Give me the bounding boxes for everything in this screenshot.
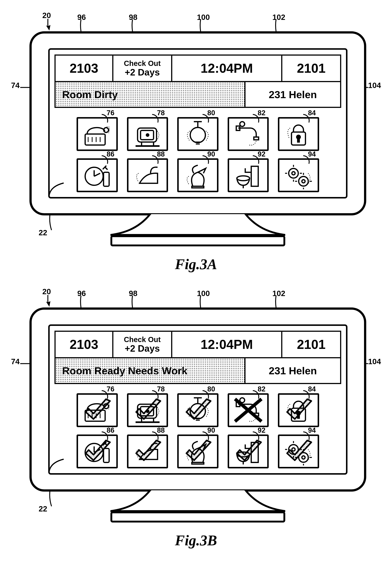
svg-rect-25 (251, 166, 258, 186)
check-overlay-icon (130, 437, 166, 466)
icon-ref: 84 (308, 385, 316, 393)
gears-icon[interactable]: 94 (278, 434, 319, 468)
lightbulb-icon[interactable]: 80 (177, 117, 218, 151)
time-cell: 12:04PM (172, 331, 282, 358)
check-overlay-icon (130, 396, 166, 425)
icon-ref: 78 (157, 385, 165, 393)
checkout-line1: Check Out (124, 59, 161, 67)
staff-cell[interactable]: 231 Helen (246, 82, 341, 108)
staff-ref: 104 (368, 357, 381, 366)
svg-point-16 (240, 122, 244, 127)
icon-ref: 84 (308, 109, 316, 117)
figure-A: 20 96 98 100 102 74 104 72 22 2103 Check… (11, 11, 381, 280)
icon-ref: 76 (106, 385, 114, 393)
icon-ref: 80 (208, 109, 215, 117)
svg-point-13 (190, 127, 206, 143)
check-overlay-icon (280, 437, 316, 466)
icon-ref: 90 (208, 150, 215, 158)
phone-icon-art (80, 120, 115, 148)
lock-icon[interactable]: 84 (278, 117, 319, 151)
kettle-icon-art (180, 161, 216, 189)
staff-cell[interactable]: 231 Helen (246, 358, 341, 384)
clock-icon[interactable]: 86 (76, 434, 118, 468)
svg-point-20 (85, 167, 103, 185)
sink-icon[interactable]: 92 (228, 434, 269, 468)
status-row: Room Dirty 231 Helen (54, 82, 341, 108)
room-status[interactable]: Room Dirty (54, 82, 246, 108)
icon-ref: 86 (106, 426, 114, 434)
icon-ref: 78 (157, 109, 165, 117)
check-overlay-icon (180, 437, 216, 466)
check-overlay-icon (280, 396, 316, 425)
icon-ref: 88 (157, 426, 165, 434)
icon-ref: 86 (106, 150, 114, 158)
sink-icon[interactable]: 92 (228, 158, 269, 192)
iron-icon-art (130, 161, 165, 189)
checkout-line1: Check Out (124, 335, 161, 344)
figure-caption: Fig.3B (11, 532, 381, 549)
faucet-icon-art (230, 120, 266, 148)
icon-ref: 92 (258, 426, 266, 434)
icon-ref: 88 (157, 150, 165, 158)
room-status[interactable]: Room Ready Needs Work (54, 358, 246, 384)
kettle-icon[interactable]: 90 (177, 434, 218, 468)
svg-point-30 (299, 177, 308, 186)
monitor: 2103 Check Out +2 Days 12:04PM 2101 Room… (30, 31, 366, 215)
icon-ref: 90 (208, 426, 215, 434)
checkout-line2: +2 Days (125, 67, 160, 78)
icon-ref: 82 (258, 109, 266, 117)
svg-rect-23 (104, 172, 109, 186)
tv-icon[interactable]: 78 (127, 117, 168, 151)
check-overlay-icon (230, 437, 266, 466)
gears-icon[interactable]: 94 (278, 158, 319, 192)
figure-caption: Fig.3A (11, 256, 381, 273)
iron-icon[interactable]: 88 (127, 158, 168, 192)
lightbulb-icon[interactable]: 80 (177, 393, 218, 427)
svg-point-11 (146, 134, 149, 136)
tv-icon-art (130, 120, 165, 148)
phone-icon[interactable]: 76 (76, 393, 118, 427)
status-ref: 74 (11, 81, 20, 90)
check-overlay-icon (79, 437, 115, 466)
svg-point-26 (237, 176, 250, 181)
svg-point-31 (302, 180, 305, 183)
header-row: 2103 Check Out +2 Days 12:04PM 2101 (54, 55, 341, 82)
phone-icon[interactable]: 76 (76, 117, 118, 151)
header-row: 2103 Check Out +2 Days 12:04PM 2101 (54, 331, 341, 358)
staff-ref: 104 (368, 81, 381, 90)
lightbulb-icon-art (180, 120, 216, 148)
icon-ref: 92 (258, 150, 266, 158)
svg-rect-15 (236, 126, 240, 131)
checkout-cell[interactable]: Check Out +2 Days (113, 55, 172, 82)
svg-rect-19 (298, 138, 300, 142)
room-right-cell[interactable]: 2101 (282, 55, 341, 82)
screen: 2103 Check Out +2 Days 12:04PM 2101 Room… (48, 48, 348, 199)
icon-ref: 82 (258, 385, 266, 393)
svg-rect-24 (192, 186, 204, 188)
icon-ref: 94 (308, 150, 316, 158)
clock-icon-art (80, 161, 115, 189)
room-left-cell[interactable]: 2103 (54, 331, 113, 358)
iron-icon[interactable]: 88 (127, 434, 168, 468)
task-icon-grid: 76 78 80 82 84 86 88 90 92 (76, 117, 319, 192)
monitor-ref: 20 (42, 287, 51, 296)
tv-icon[interactable]: 78 (127, 393, 168, 427)
monitor-neck (151, 214, 245, 236)
svg-rect-14 (254, 137, 258, 140)
room-left-cell[interactable]: 2103 (54, 55, 113, 82)
svg-point-28 (289, 169, 298, 178)
faucet-icon[interactable]: 82 (228, 393, 269, 427)
monitor: 2103 Check Out +2 Days 12:04PM 2101 Room… (30, 307, 366, 491)
icon-ref: 76 (106, 109, 114, 117)
icon-ref: 94 (308, 426, 316, 434)
check-overlay-icon (79, 396, 115, 425)
lock-icon[interactable]: 84 (278, 393, 319, 427)
gears-icon-art (281, 161, 316, 189)
room-right-cell[interactable]: 2101 (282, 331, 341, 358)
checkout-cell[interactable]: Check Out +2 Days (113, 331, 172, 358)
sink-icon-art (230, 161, 266, 189)
clock-icon[interactable]: 86 (76, 158, 118, 192)
faucet-icon[interactable]: 82 (228, 117, 269, 151)
checkout-line2: +2 Days (125, 344, 160, 354)
kettle-icon[interactable]: 90 (177, 158, 218, 192)
